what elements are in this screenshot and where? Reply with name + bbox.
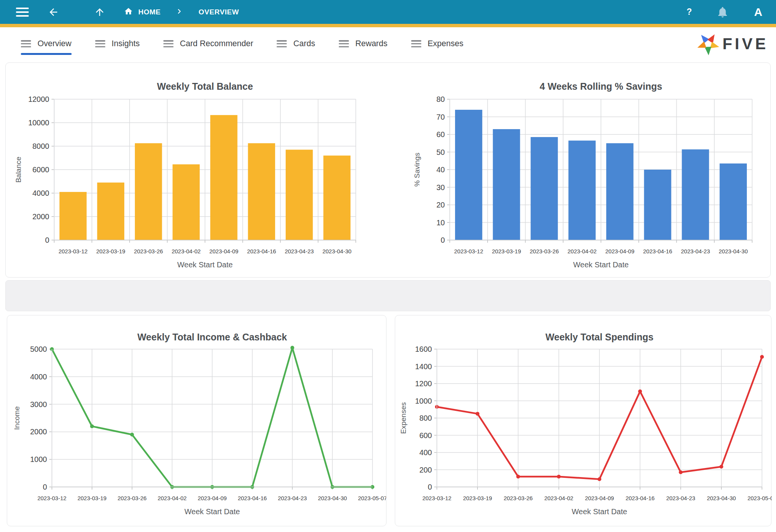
svg-text:2023-04-23: 2023-04-23 bbox=[681, 248, 710, 254]
svg-text:2023-03-26: 2023-03-26 bbox=[530, 248, 559, 254]
svg-text:400: 400 bbox=[419, 448, 432, 457]
svg-text:0: 0 bbox=[45, 236, 49, 244]
help-icon[interactable]: ? bbox=[681, 4, 697, 20]
svg-text:60: 60 bbox=[436, 130, 445, 139]
tab-label: Insights bbox=[112, 39, 140, 48]
chart-svg: 010203040506070802023-03-122023-03-19202… bbox=[388, 65, 771, 276]
svg-text:Week Start Date: Week Start Date bbox=[572, 507, 627, 516]
svg-text:1000: 1000 bbox=[415, 397, 432, 405]
app-header: HOME OVERVIEW ? A bbox=[0, 0, 776, 24]
menu-icon[interactable] bbox=[16, 8, 29, 17]
breadcrumb-home-label: HOME bbox=[138, 8, 161, 16]
tab-insights[interactable]: Insights bbox=[95, 33, 140, 55]
svg-text:Week Start Date: Week Start Date bbox=[573, 261, 629, 269]
svg-text:2023-04-30: 2023-04-30 bbox=[322, 248, 352, 254]
svg-text:70: 70 bbox=[436, 113, 445, 121]
tab-label: Rewards bbox=[355, 39, 388, 48]
svg-text:40: 40 bbox=[436, 165, 445, 174]
svg-text:2023-04-23: 2023-04-23 bbox=[278, 495, 307, 501]
chart-svg: 020040060080010001200140016002023-03-122… bbox=[395, 317, 772, 526]
tab-label: Cards bbox=[293, 39, 315, 48]
svg-text:2023-03-12: 2023-03-12 bbox=[38, 495, 67, 501]
logo-text: FIVE bbox=[723, 35, 768, 53]
svg-text:Weekly Total Income & Cashback: Weekly Total Income & Cashback bbox=[137, 332, 287, 342]
svg-text:2023-03-26: 2023-03-26 bbox=[117, 495, 147, 501]
active-tab-underline bbox=[411, 53, 463, 55]
pinwheel-logo-icon bbox=[696, 30, 720, 58]
chart-spendings: 020040060080010001200140016002023-03-122… bbox=[395, 315, 771, 526]
svg-text:600: 600 bbox=[419, 431, 432, 440]
tab-overview[interactable]: Overview bbox=[21, 33, 72, 55]
tab-rewards[interactable]: Rewards bbox=[339, 33, 388, 55]
svg-text:2023-04-02: 2023-04-02 bbox=[172, 248, 201, 254]
svg-text:2023-04-16: 2023-04-16 bbox=[247, 248, 276, 254]
svg-text:2023-04-30: 2023-04-30 bbox=[707, 495, 736, 501]
tab-menu-icon bbox=[163, 40, 174, 47]
chart-svg: 0200040006000800010000120002023-03-12202… bbox=[6, 65, 388, 276]
svg-text:4000: 4000 bbox=[33, 189, 50, 197]
svg-text:% Savings: % Savings bbox=[413, 153, 421, 187]
svg-text:2023-04-09: 2023-04-09 bbox=[605, 248, 635, 254]
avatar[interactable]: A bbox=[748, 2, 768, 22]
tab-cards[interactable]: Cards bbox=[277, 33, 315, 55]
svg-text:5000: 5000 bbox=[30, 345, 47, 353]
spacer-panel bbox=[5, 280, 771, 311]
svg-text:2023-04-16: 2023-04-16 bbox=[626, 495, 655, 501]
active-tab-underline bbox=[21, 53, 72, 55]
tab-card-recommender[interactable]: Card Recommender bbox=[163, 33, 253, 55]
svg-text:2023-04-30: 2023-04-30 bbox=[719, 248, 748, 254]
breadcrumb-home[interactable]: HOME bbox=[124, 7, 161, 17]
svg-text:10000: 10000 bbox=[28, 119, 49, 127]
svg-text:4000: 4000 bbox=[30, 373, 47, 381]
svg-text:2023-04-09: 2023-04-09 bbox=[209, 248, 238, 254]
svg-text:2023-04-02: 2023-04-02 bbox=[158, 495, 187, 501]
svg-text:4 Weeks Rolling % Savings: 4 Weeks Rolling % Savings bbox=[540, 81, 662, 92]
svg-text:Week Start Date: Week Start Date bbox=[177, 261, 233, 269]
chart-income-cashback: 0100020003000400050002023-03-122023-03-1… bbox=[7, 315, 386, 526]
up-arrow-icon[interactable] bbox=[94, 6, 105, 18]
tab-menu-icon bbox=[339, 40, 349, 47]
svg-text:Expenses: Expenses bbox=[399, 402, 407, 434]
svg-text:Income: Income bbox=[13, 406, 21, 430]
tab-bar: OverviewInsightsCard RecommenderCardsRew… bbox=[0, 27, 776, 61]
active-tab-underline bbox=[163, 53, 253, 55]
svg-text:0: 0 bbox=[43, 483, 47, 491]
svg-text:800: 800 bbox=[419, 414, 432, 422]
chevron-right-icon bbox=[174, 6, 184, 18]
svg-text:2023-04-23: 2023-04-23 bbox=[666, 495, 695, 501]
svg-text:1000: 1000 bbox=[30, 455, 47, 463]
five-logo: FIVE bbox=[696, 30, 768, 58]
svg-text:2023-03-12: 2023-03-12 bbox=[58, 248, 88, 254]
tab-menu-icon bbox=[21, 40, 31, 47]
svg-text:2023-04-09: 2023-04-09 bbox=[585, 495, 614, 501]
svg-text:8000: 8000 bbox=[33, 142, 50, 150]
top-charts-panel: 0200040006000800010000120002023-03-12202… bbox=[5, 62, 771, 278]
svg-text:2023-04-16: 2023-04-16 bbox=[238, 495, 267, 501]
svg-text:200: 200 bbox=[419, 466, 432, 474]
active-tab-underline bbox=[339, 53, 388, 55]
tab-expenses[interactable]: Expenses bbox=[411, 33, 463, 55]
svg-text:2000: 2000 bbox=[30, 427, 47, 436]
svg-text:1600: 1600 bbox=[415, 345, 432, 353]
svg-text:2023-03-19: 2023-03-19 bbox=[492, 248, 521, 254]
accent-bar bbox=[0, 24, 776, 27]
tab-label: Overview bbox=[38, 39, 72, 48]
svg-text:2023-04-02: 2023-04-02 bbox=[568, 248, 597, 254]
tab-menu-icon bbox=[411, 40, 421, 47]
notifications-icon[interactable] bbox=[716, 6, 729, 19]
chart-rolling-savings: 010203040506070802023-03-122023-03-19202… bbox=[388, 65, 771, 277]
tab-label: Card Recommender bbox=[180, 39, 253, 48]
bottom-charts-row: 0100020003000400050002023-03-122023-03-1… bbox=[7, 315, 771, 526]
svg-text:1400: 1400 bbox=[415, 362, 432, 371]
svg-text:Weekly Total Balance: Weekly Total Balance bbox=[157, 81, 253, 92]
back-arrow-icon[interactable] bbox=[48, 6, 59, 18]
active-tab-underline bbox=[95, 53, 140, 55]
svg-text:2023-04-02: 2023-04-02 bbox=[544, 495, 573, 501]
breadcrumb-current[interactable]: OVERVIEW bbox=[199, 8, 239, 16]
svg-text:2023-03-26: 2023-03-26 bbox=[134, 248, 163, 254]
svg-text:10: 10 bbox=[436, 218, 445, 227]
tab-menu-icon bbox=[95, 40, 105, 47]
svg-text:Balance: Balance bbox=[14, 157, 22, 183]
svg-text:2023-04-30: 2023-04-30 bbox=[318, 495, 347, 501]
svg-text:Week Start Date: Week Start Date bbox=[185, 507, 240, 516]
